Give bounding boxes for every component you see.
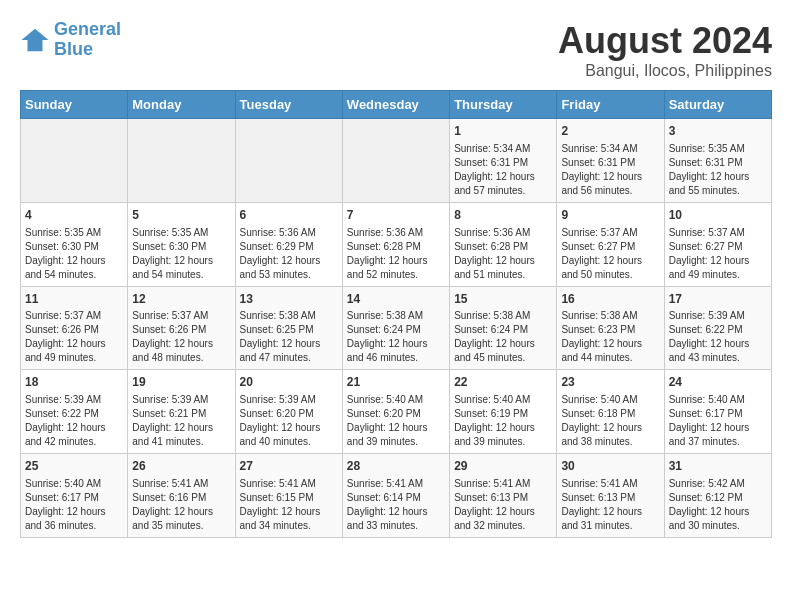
calendar-week-row: 4Sunrise: 5:35 AM Sunset: 6:30 PM Daylig… (21, 202, 772, 286)
calendar-cell: 19Sunrise: 5:39 AM Sunset: 6:21 PM Dayli… (128, 370, 235, 454)
calendar-week-row: 25Sunrise: 5:40 AM Sunset: 6:17 PM Dayli… (21, 454, 772, 538)
day-number: 17 (669, 291, 767, 308)
day-info: Sunrise: 5:37 AM Sunset: 6:26 PM Dayligh… (132, 309, 230, 365)
svg-marker-0 (22, 29, 49, 52)
page-header: General Blue August 2024 Bangui, Ilocos,… (20, 20, 772, 80)
day-number: 24 (669, 374, 767, 391)
day-number: 23 (561, 374, 659, 391)
day-info: Sunrise: 5:36 AM Sunset: 6:28 PM Dayligh… (347, 226, 445, 282)
calendar-cell (342, 119, 449, 203)
day-number: 5 (132, 207, 230, 224)
day-info: Sunrise: 5:37 AM Sunset: 6:27 PM Dayligh… (669, 226, 767, 282)
calendar-cell: 17Sunrise: 5:39 AM Sunset: 6:22 PM Dayli… (664, 286, 771, 370)
title-block: August 2024 Bangui, Ilocos, Philippines (558, 20, 772, 80)
calendar-cell: 1Sunrise: 5:34 AM Sunset: 6:31 PM Daylig… (450, 119, 557, 203)
day-number: 16 (561, 291, 659, 308)
calendar-cell: 25Sunrise: 5:40 AM Sunset: 6:17 PM Dayli… (21, 454, 128, 538)
calendar-cell (235, 119, 342, 203)
day-of-week-header: Saturday (664, 91, 771, 119)
day-info: Sunrise: 5:40 AM Sunset: 6:19 PM Dayligh… (454, 393, 552, 449)
calendar-cell: 28Sunrise: 5:41 AM Sunset: 6:14 PM Dayli… (342, 454, 449, 538)
calendar-cell (128, 119, 235, 203)
calendar-cell: 9Sunrise: 5:37 AM Sunset: 6:27 PM Daylig… (557, 202, 664, 286)
calendar-cell (21, 119, 128, 203)
day-number: 30 (561, 458, 659, 475)
day-info: Sunrise: 5:38 AM Sunset: 6:24 PM Dayligh… (347, 309, 445, 365)
day-info: Sunrise: 5:34 AM Sunset: 6:31 PM Dayligh… (454, 142, 552, 198)
day-info: Sunrise: 5:41 AM Sunset: 6:14 PM Dayligh… (347, 477, 445, 533)
day-info: Sunrise: 5:41 AM Sunset: 6:13 PM Dayligh… (454, 477, 552, 533)
day-number: 26 (132, 458, 230, 475)
calendar-cell: 18Sunrise: 5:39 AM Sunset: 6:22 PM Dayli… (21, 370, 128, 454)
calendar-cell: 16Sunrise: 5:38 AM Sunset: 6:23 PM Dayli… (557, 286, 664, 370)
logo-text: General Blue (54, 20, 121, 60)
day-number: 6 (240, 207, 338, 224)
calendar-cell: 10Sunrise: 5:37 AM Sunset: 6:27 PM Dayli… (664, 202, 771, 286)
day-number: 31 (669, 458, 767, 475)
calendar-cell: 30Sunrise: 5:41 AM Sunset: 6:13 PM Dayli… (557, 454, 664, 538)
calendar-cell: 21Sunrise: 5:40 AM Sunset: 6:20 PM Dayli… (342, 370, 449, 454)
calendar-week-row: 11Sunrise: 5:37 AM Sunset: 6:26 PM Dayli… (21, 286, 772, 370)
day-info: Sunrise: 5:35 AM Sunset: 6:31 PM Dayligh… (669, 142, 767, 198)
logo: General Blue (20, 20, 121, 60)
day-of-week-header: Thursday (450, 91, 557, 119)
calendar-cell: 13Sunrise: 5:38 AM Sunset: 6:25 PM Dayli… (235, 286, 342, 370)
day-number: 3 (669, 123, 767, 140)
day-number: 18 (25, 374, 123, 391)
day-number: 12 (132, 291, 230, 308)
day-number: 15 (454, 291, 552, 308)
day-info: Sunrise: 5:38 AM Sunset: 6:23 PM Dayligh… (561, 309, 659, 365)
day-info: Sunrise: 5:34 AM Sunset: 6:31 PM Dayligh… (561, 142, 659, 198)
calendar-cell: 7Sunrise: 5:36 AM Sunset: 6:28 PM Daylig… (342, 202, 449, 286)
calendar-cell: 2Sunrise: 5:34 AM Sunset: 6:31 PM Daylig… (557, 119, 664, 203)
day-number: 10 (669, 207, 767, 224)
calendar-cell: 31Sunrise: 5:42 AM Sunset: 6:12 PM Dayli… (664, 454, 771, 538)
day-of-week-header: Sunday (21, 91, 128, 119)
day-number: 22 (454, 374, 552, 391)
calendar-table: SundayMondayTuesdayWednesdayThursdayFrid… (20, 90, 772, 538)
day-number: 25 (25, 458, 123, 475)
calendar-title: August 2024 (558, 20, 772, 62)
day-number: 29 (454, 458, 552, 475)
day-info: Sunrise: 5:36 AM Sunset: 6:29 PM Dayligh… (240, 226, 338, 282)
day-number: 27 (240, 458, 338, 475)
day-info: Sunrise: 5:37 AM Sunset: 6:26 PM Dayligh… (25, 309, 123, 365)
day-number: 4 (25, 207, 123, 224)
day-number: 21 (347, 374, 445, 391)
logo-icon (20, 25, 50, 55)
calendar-cell: 4Sunrise: 5:35 AM Sunset: 6:30 PM Daylig… (21, 202, 128, 286)
calendar-cell: 29Sunrise: 5:41 AM Sunset: 6:13 PM Dayli… (450, 454, 557, 538)
day-info: Sunrise: 5:41 AM Sunset: 6:16 PM Dayligh… (132, 477, 230, 533)
day-number: 2 (561, 123, 659, 140)
day-of-week-header: Friday (557, 91, 664, 119)
day-number: 11 (25, 291, 123, 308)
header-row: SundayMondayTuesdayWednesdayThursdayFrid… (21, 91, 772, 119)
calendar-cell: 8Sunrise: 5:36 AM Sunset: 6:28 PM Daylig… (450, 202, 557, 286)
day-info: Sunrise: 5:35 AM Sunset: 6:30 PM Dayligh… (25, 226, 123, 282)
day-number: 7 (347, 207, 445, 224)
calendar-subtitle: Bangui, Ilocos, Philippines (558, 62, 772, 80)
day-number: 14 (347, 291, 445, 308)
day-number: 8 (454, 207, 552, 224)
day-info: Sunrise: 5:38 AM Sunset: 6:24 PM Dayligh… (454, 309, 552, 365)
day-info: Sunrise: 5:37 AM Sunset: 6:27 PM Dayligh… (561, 226, 659, 282)
day-info: Sunrise: 5:40 AM Sunset: 6:18 PM Dayligh… (561, 393, 659, 449)
calendar-week-row: 18Sunrise: 5:39 AM Sunset: 6:22 PM Dayli… (21, 370, 772, 454)
day-info: Sunrise: 5:40 AM Sunset: 6:17 PM Dayligh… (25, 477, 123, 533)
day-of-week-header: Tuesday (235, 91, 342, 119)
calendar-cell: 23Sunrise: 5:40 AM Sunset: 6:18 PM Dayli… (557, 370, 664, 454)
day-number: 28 (347, 458, 445, 475)
calendar-week-row: 1Sunrise: 5:34 AM Sunset: 6:31 PM Daylig… (21, 119, 772, 203)
day-number: 20 (240, 374, 338, 391)
day-info: Sunrise: 5:38 AM Sunset: 6:25 PM Dayligh… (240, 309, 338, 365)
calendar-cell: 22Sunrise: 5:40 AM Sunset: 6:19 PM Dayli… (450, 370, 557, 454)
calendar-cell: 15Sunrise: 5:38 AM Sunset: 6:24 PM Dayli… (450, 286, 557, 370)
day-number: 13 (240, 291, 338, 308)
day-info: Sunrise: 5:41 AM Sunset: 6:13 PM Dayligh… (561, 477, 659, 533)
day-info: Sunrise: 5:39 AM Sunset: 6:22 PM Dayligh… (669, 309, 767, 365)
calendar-cell: 12Sunrise: 5:37 AM Sunset: 6:26 PM Dayli… (128, 286, 235, 370)
day-info: Sunrise: 5:40 AM Sunset: 6:17 PM Dayligh… (669, 393, 767, 449)
day-info: Sunrise: 5:39 AM Sunset: 6:20 PM Dayligh… (240, 393, 338, 449)
calendar-cell: 6Sunrise: 5:36 AM Sunset: 6:29 PM Daylig… (235, 202, 342, 286)
calendar-cell: 26Sunrise: 5:41 AM Sunset: 6:16 PM Dayli… (128, 454, 235, 538)
